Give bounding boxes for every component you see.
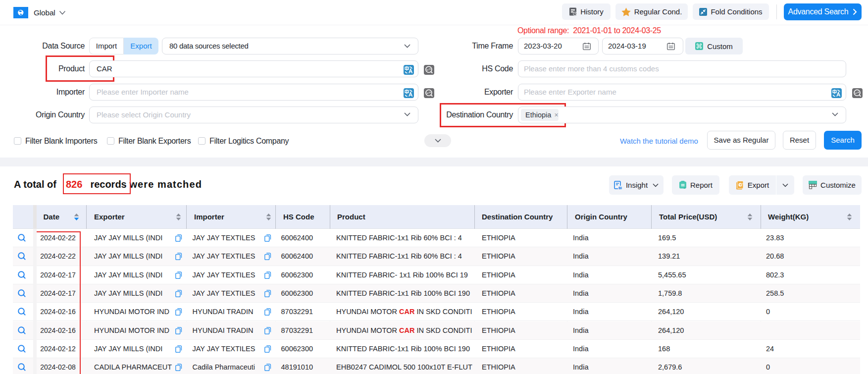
svg-text:BI: BI [618,186,622,190]
